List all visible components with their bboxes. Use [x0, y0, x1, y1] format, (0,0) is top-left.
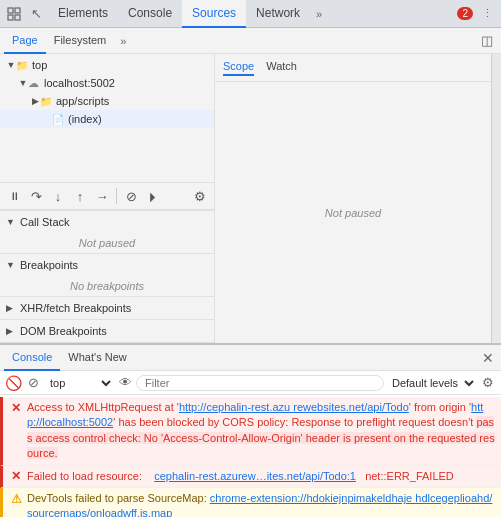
console-message-2: ✕ Failed to load resource: cephalin-rest… — [0, 466, 501, 488]
console-message-3: ⚠ DevTools failed to parse SourceMap: ch… — [0, 488, 501, 517]
call-stack-arrow: ▼ — [6, 217, 18, 227]
console-messages: ✕ Access to XMLHttpRequest at 'http://ce… — [0, 395, 501, 517]
debug-sections: ▼ Call Stack Not paused ▼ Breakpoints No… — [0, 210, 214, 343]
folder-icon-top: 📁 — [16, 60, 30, 71]
error-link-1[interactable]: http://cephalin-rest.azu rewebsites.net/… — [179, 401, 409, 413]
right-panel: Scope Watch Not paused — [215, 54, 491, 343]
dom-breakpoints-section: ▶ DOM Breakpoints — [0, 320, 214, 343]
tab-elements[interactable]: Elements — [48, 0, 118, 28]
left-panel: ▼ 📁 top ▼ ☁ localhost:5002 ▶ 📁 app/scrip… — [0, 54, 215, 343]
async-button[interactable]: ⏵ — [143, 186, 163, 206]
cloud-icon: ☁ — [28, 77, 42, 90]
tree-item-localhost[interactable]: ▼ ☁ localhost:5002 — [0, 74, 214, 92]
error-icon-2: ✕ — [9, 470, 23, 484]
breakpoints-header[interactable]: ▼ Breakpoints — [0, 254, 214, 276]
console-area: Console What's New ✕ 🚫 ⊘ top 👁 Default l… — [0, 343, 501, 517]
dom-breakpoints-label: DOM Breakpoints — [20, 325, 107, 337]
tab-sources[interactable]: Sources — [182, 0, 246, 28]
call-stack-content: Not paused — [0, 233, 214, 253]
tab-whats-new[interactable]: What's New — [60, 345, 134, 371]
breakpoints-section: ▼ Breakpoints No breakpoints — [0, 254, 214, 297]
main-area: ▼ 📁 top ▼ ☁ localhost:5002 ▶ 📁 app/scrip… — [0, 54, 501, 343]
not-paused-text: Not paused — [325, 207, 381, 219]
step-over-button[interactable]: ↷ — [26, 186, 46, 206]
breakpoints-label: Breakpoints — [20, 259, 78, 271]
tree-label-index: (index) — [68, 113, 102, 125]
scrollbar[interactable] — [491, 54, 501, 343]
console-settings-button[interactable]: ⚙ — [479, 374, 497, 392]
secondary-tab-bar: Page Filesystem » ◫ — [0, 28, 501, 54]
tab-console-bottom[interactable]: Console — [4, 345, 60, 371]
step-into-button[interactable]: ↓ — [48, 186, 68, 206]
folder-icon-appscripts: 📁 — [40, 96, 54, 107]
xhr-breakpoints-section: ▶ XHR/fetch Breakpoints — [0, 297, 214, 320]
pause-button[interactable]: ⏸ — [4, 186, 24, 206]
tab-filesystem[interactable]: Filesystem — [46, 28, 115, 54]
level-select[interactable]: Default levels — [386, 376, 477, 390]
preserve-log-button[interactable]: ⊘ — [24, 374, 42, 392]
layout-toggle-icon[interactable]: ◫ — [477, 31, 497, 51]
tree-label-appscripts: app/scripts — [56, 95, 109, 107]
more-menu-button[interactable]: ⋮ — [477, 4, 497, 24]
warn-link-1[interactable]: chrome-extension://hdokiejnpimakeldhaje … — [27, 492, 492, 517]
dom-arrow: ▶ — [6, 326, 18, 336]
tree-item-index[interactable]: ▶ 📄 (index) — [0, 110, 214, 128]
scope-content: Not paused — [215, 82, 491, 343]
eye-icon[interactable]: 👁 — [116, 374, 134, 392]
tree-arrow-appscripts: ▶ — [30, 96, 40, 106]
tab-network[interactable]: Network — [246, 0, 310, 28]
xhr-breakpoints-label: XHR/fetch Breakpoints — [20, 302, 131, 314]
xhr-arrow: ▶ — [6, 303, 18, 313]
svg-rect-1 — [15, 8, 20, 13]
tab-console[interactable]: Console — [118, 0, 182, 28]
call-stack-header[interactable]: ▼ Call Stack — [0, 211, 214, 233]
message-text-2: Failed to load resource: cephalin-rest.a… — [27, 469, 495, 484]
breakpoints-arrow: ▼ — [6, 260, 18, 270]
svg-rect-2 — [8, 15, 13, 20]
message-text-1: Access to XMLHttpRequest at 'http://ceph… — [27, 400, 495, 462]
tab-page[interactable]: Page — [4, 28, 46, 54]
call-stack-section: ▼ Call Stack Not paused — [0, 211, 214, 254]
toolbar-divider — [116, 188, 117, 204]
scope-watch-tabs: Scope Watch — [215, 54, 491, 82]
call-stack-label: Call Stack — [20, 216, 70, 228]
top-tab-bar: ↖ Elements Console Sources Network » 2 ⋮ — [0, 0, 501, 28]
error-icon-1: ✕ — [9, 401, 23, 415]
error-badge: 2 — [457, 7, 473, 20]
console-message-1: ✕ Access to XMLHttpRequest at 'http://ce… — [0, 397, 501, 466]
warn-icon-1: ⚠ — [9, 492, 23, 506]
error-link-2[interactable]: cephalin-rest.azurew…ites.net/api/Todo:1 — [154, 470, 356, 482]
file-icon-index: 📄 — [52, 114, 66, 125]
dom-breakpoints-header[interactable]: ▶ DOM Breakpoints — [0, 320, 214, 342]
tree-arrow-top: ▼ — [6, 60, 16, 70]
step-button[interactable]: → — [92, 186, 112, 206]
tab-actions: 2 ⋮ — [453, 4, 497, 24]
xhr-breakpoints-header[interactable]: ▶ XHR/fetch Breakpoints — [0, 297, 214, 319]
console-toolbar: 🚫 ⊘ top 👁 Default levels ⚙ — [0, 371, 501, 395]
clear-console-button[interactable]: 🚫 — [4, 374, 22, 392]
message-text-3: DevTools failed to parse SourceMap: chro… — [27, 491, 495, 517]
devtools-icon — [4, 4, 24, 24]
svg-rect-3 — [15, 15, 20, 20]
file-tree: ▼ 📁 top ▼ ☁ localhost:5002 ▶ 📁 app/scrip… — [0, 54, 214, 182]
tree-item-appscripts[interactable]: ▶ 📁 app/scripts — [0, 92, 214, 110]
tree-label-top: top — [32, 59, 47, 71]
tab-watch[interactable]: Watch — [266, 60, 297, 76]
settings-button[interactable]: ⚙ — [190, 186, 210, 206]
tab-scope[interactable]: Scope — [223, 60, 254, 76]
tree-label-localhost: localhost:5002 — [44, 77, 115, 89]
more-tabs-button[interactable]: » — [310, 8, 328, 20]
breakpoints-content: No breakpoints — [0, 276, 214, 296]
tree-item-top[interactable]: ▼ 📁 top — [0, 56, 214, 74]
context-select[interactable]: top — [44, 376, 114, 390]
tree-arrow-localhost: ▼ — [18, 78, 28, 88]
filter-input[interactable] — [136, 375, 384, 391]
more-secondary-tabs[interactable]: » — [114, 35, 132, 47]
step-out-button[interactable]: ↑ — [70, 186, 90, 206]
console-header: Console What's New ✕ — [0, 345, 501, 371]
deactivate-button[interactable]: ⊘ — [121, 186, 141, 206]
cursor-icon: ↖ — [26, 4, 46, 24]
debugger-toolbar: ⏸ ↷ ↓ ↑ → ⊘ ⏵ ⚙ — [0, 182, 214, 210]
svg-rect-0 — [8, 8, 13, 13]
close-console-button[interactable]: ✕ — [479, 349, 497, 367]
